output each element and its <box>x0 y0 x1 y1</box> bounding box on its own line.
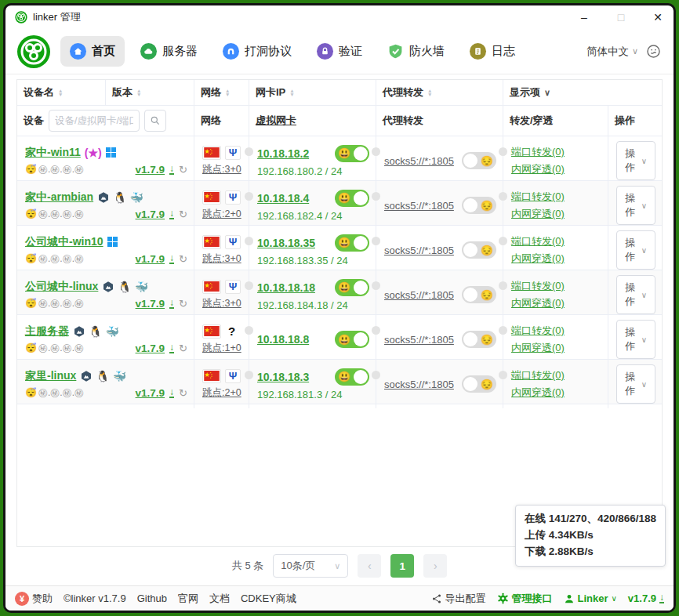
proxy-toggle[interactable]: 😔 <box>462 331 496 348</box>
hops-link[interactable]: 跳点:3+0 <box>202 297 241 310</box>
virtual-nic-link[interactable]: 虚拟网卡 <box>256 114 296 128</box>
port-forward-link[interactable]: 端口转发(0) <box>511 368 601 382</box>
download-icon[interactable]: ↓ <box>169 209 174 219</box>
maximize-button[interactable]: □ <box>605 6 637 28</box>
hops-link[interactable]: 跳点:3+0 <box>202 252 241 266</box>
sort-icon[interactable]: ▲▼ <box>427 89 432 97</box>
tab-firewall[interactable]: 防火墙 <box>378 36 454 67</box>
sponsor-link[interactable]: ¥ 赞助 <box>15 592 53 606</box>
refresh-icon[interactable]: ↻ <box>179 164 187 176</box>
virtual-ip-link[interactable]: 10.18.18.8 <box>257 333 309 346</box>
col-proxy[interactable]: 代理转发▲▼ <box>376 80 503 105</box>
proxy-toggle[interactable]: 😔 <box>462 286 496 303</box>
version-link[interactable]: v1.7.9 <box>136 342 165 354</box>
cdkey-link[interactable]: CDKEY商城 <box>241 592 296 606</box>
tab-servers[interactable]: 服务器 <box>131 36 207 67</box>
proxy-toggle[interactable]: 😔 <box>462 197 496 214</box>
search-button[interactable] <box>144 110 166 132</box>
refresh-icon[interactable]: ↻ <box>179 342 187 354</box>
display-options-dropdown[interactable]: 显示项∨ <box>503 80 662 105</box>
action-button[interactable]: 操作∨ <box>616 186 655 225</box>
virtual-ip-link[interactable]: 10.18.18.3 <box>257 371 309 383</box>
port-forward-link[interactable]: 端口转发(0) <box>511 234 601 248</box>
minimize-button[interactable]: – <box>568 6 600 28</box>
device-name-link[interactable]: 家里-linux <box>25 369 76 383</box>
device-name-link[interactable]: 公司城中-linux <box>25 280 98 294</box>
admin-api-button[interactable]: 管理接口 <box>497 592 553 606</box>
app-version[interactable]: v1.7.9 ↓ <box>628 592 664 604</box>
page-size-select[interactable]: 10条/页∨ <box>273 554 348 578</box>
vnic-toggle[interactable]: 😃 <box>335 190 369 207</box>
virtual-ip-link[interactable]: 10.18.18.2 <box>257 147 309 160</box>
tab-logs[interactable]: 日志 <box>460 36 525 67</box>
proxy-toggle[interactable]: 😔 <box>462 152 496 169</box>
download-icon[interactable]: ↓ <box>169 299 174 309</box>
action-button[interactable]: 操作∨ <box>616 364 655 404</box>
refresh-icon[interactable]: ↻ <box>179 208 187 220</box>
download-icon[interactable]: ↓ <box>169 254 174 264</box>
proxy-link[interactable]: socks5://*:1805 <box>384 289 454 301</box>
github-link[interactable]: Github <box>137 592 167 604</box>
version-link[interactable]: v1.7.9 <box>136 298 165 310</box>
device-name-link[interactable]: 主服务器 <box>25 324 69 339</box>
proxy-link[interactable]: socks5://*:1805 <box>384 245 454 256</box>
export-config-button[interactable]: 导出配置 <box>431 592 486 606</box>
sort-icon[interactable]: ▲▼ <box>58 89 63 97</box>
port-forward-link[interactable]: 端口转发(0) <box>511 279 601 293</box>
col-network[interactable]: 网络▲▼ <box>194 80 249 105</box>
port-forward-link[interactable]: 端口转发(0) <box>511 324 601 338</box>
virtual-ip-link[interactable]: 10.18.18.18 <box>257 281 315 294</box>
hops-link[interactable]: 跳点:2+0 <box>202 386 241 400</box>
current-page[interactable]: 1 <box>390 554 414 578</box>
hops-link[interactable]: 跳点:1+0 <box>202 342 241 355</box>
penetrate-link[interactable]: 内网穿透(0) <box>511 341 601 355</box>
refresh-icon[interactable]: ↻ <box>179 253 187 265</box>
virtual-ip-link[interactable]: 10.18.18.4 <box>257 192 309 205</box>
tab-home[interactable]: 首页 <box>60 36 125 67</box>
user-menu[interactable]: Linker ∨ <box>564 592 617 604</box>
virtual-ip-link[interactable]: 10.18.18.35 <box>257 237 315 249</box>
device-name-link[interactable]: 家中-armbian <box>25 190 93 205</box>
port-forward-link[interactable]: 端口转发(0) <box>511 190 601 204</box>
proxy-link[interactable]: socks5://*:1805 <box>384 379 454 390</box>
tab-punch-protocol[interactable]: 打洞协议 <box>213 36 301 67</box>
hops-link[interactable]: 跳点:2+0 <box>202 208 241 221</box>
penetrate-link[interactable]: 内网穿透(0) <box>511 296 601 310</box>
hops-link[interactable]: 跳点:3+0 <box>202 163 241 176</box>
vnic-toggle[interactable]: 😃 <box>335 145 369 162</box>
action-button[interactable]: 操作∨ <box>616 141 655 180</box>
proxy-link[interactable]: socks5://*:1805 <box>384 200 454 212</box>
vnic-toggle[interactable]: 😃 <box>335 368 369 386</box>
refresh-icon[interactable]: ↻ <box>179 298 187 310</box>
language-selector[interactable]: 简体中文 ∨ <box>586 45 638 59</box>
next-page-button[interactable]: › <box>423 554 447 578</box>
device-name-link[interactable]: 公司城中-win10 <box>25 235 103 249</box>
download-icon[interactable]: ↓ <box>169 388 174 398</box>
penetrate-link[interactable]: 内网穿透(0) <box>511 162 601 176</box>
sort-icon[interactable]: ▲▼ <box>289 89 294 97</box>
action-button[interactable]: 操作∨ <box>616 230 655 270</box>
penetrate-link[interactable]: 内网穿透(0) <box>511 207 601 221</box>
proxy-toggle[interactable]: 😔 <box>462 375 496 393</box>
search-input[interactable] <box>49 110 140 132</box>
proxy-link[interactable]: socks5://*:1805 <box>384 334 454 346</box>
col-nic-ip[interactable]: 网卡IP▲▼ <box>249 80 376 105</box>
action-button[interactable]: 操作∨ <box>616 275 655 314</box>
download-icon[interactable]: ↓ <box>169 343 174 353</box>
version-link[interactable]: v1.7.9 <box>136 253 165 265</box>
sort-icon[interactable]: ▲▼ <box>225 89 230 97</box>
vnic-toggle[interactable]: 😃 <box>335 279 369 296</box>
penetrate-link[interactable]: 内网穿透(0) <box>511 386 601 400</box>
mood-icon[interactable] <box>646 44 661 59</box>
refresh-icon[interactable]: ↻ <box>179 387 187 399</box>
col-device-name[interactable]: 设备名▲▼ <box>17 80 106 105</box>
docs-link[interactable]: 文档 <box>209 592 230 606</box>
version-link[interactable]: v1.7.9 <box>136 208 165 220</box>
proxy-link[interactable]: socks5://*:1805 <box>384 155 454 167</box>
close-button[interactable]: ✕ <box>642 6 674 28</box>
vnic-toggle[interactable]: 😃 <box>335 234 369 252</box>
proxy-toggle[interactable]: 😔 <box>462 241 496 259</box>
tab-verify[interactable]: 验证 <box>307 36 372 67</box>
port-forward-link[interactable]: 端口转发(0) <box>511 145 601 159</box>
version-link[interactable]: v1.7.9 <box>136 387 165 399</box>
